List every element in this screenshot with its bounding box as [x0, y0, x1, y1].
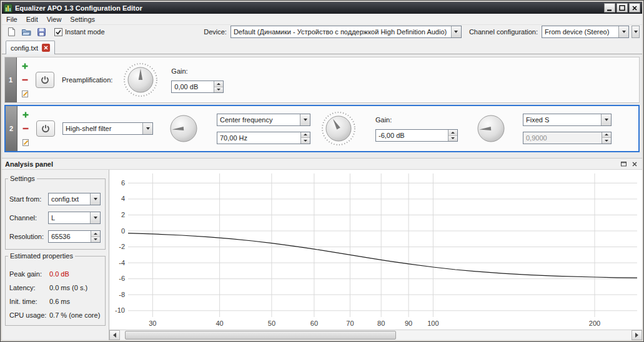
float-panel-button[interactable]	[619, 159, 628, 169]
spin-down-button[interactable]	[91, 237, 100, 243]
channel-select[interactable]: L	[48, 212, 101, 224]
spin-up-button	[602, 132, 611, 138]
graph-horizontal-scrollbar[interactable]	[109, 330, 642, 340]
edit-filter-button[interactable]	[21, 138, 30, 147]
peak-gain-value: 0.0 dB	[49, 270, 69, 278]
window-title: Equalizer APO 1.3 Configuration Editor	[15, 4, 603, 12]
edit-icon	[21, 90, 29, 98]
plus-icon	[21, 62, 29, 70]
channel-config-select[interactable]: From device (Stereo)	[542, 26, 629, 38]
gain-spinbox[interactable]: -6,00 dB	[375, 129, 458, 142]
remove-filter-button[interactable]	[21, 124, 30, 133]
device-select[interactable]: Default (Динамики - Устройство с поддерж…	[230, 26, 462, 38]
frequency-param-dropdown-button[interactable]	[300, 114, 310, 125]
init-time-label: Init. time:	[9, 298, 49, 305]
power-toggle-button[interactable]	[36, 120, 55, 137]
filter-row-2[interactable]: 2 High-shelf filter Center frequency	[4, 105, 640, 152]
init-time-value: 0.6 ms	[49, 298, 70, 305]
channel-dropdown-button[interactable]	[90, 212, 100, 223]
spin-up-button[interactable]	[301, 132, 310, 138]
filter-row-1[interactable]: 1 Preamplification: Gain: 0,00 dB	[4, 57, 640, 103]
frequency-knob[interactable]	[169, 114, 198, 143]
svg-text:4: 4	[121, 195, 125, 202]
frequency-value: 70,00 Hz	[217, 132, 300, 144]
tab-config-txt[interactable]: config.txt	[6, 41, 55, 54]
scrollbar-thumb[interactable]	[125, 331, 396, 340]
minimize-button[interactable]	[604, 3, 615, 12]
open-file-button[interactable]	[19, 26, 33, 38]
chevron-down-icon	[622, 31, 626, 33]
resolution-spinbox[interactable]: 65536	[48, 230, 101, 243]
scroll-right-button[interactable]	[632, 330, 642, 340]
preamp-gain-spinbox[interactable]: 0,00 dB	[171, 81, 224, 93]
power-toggle-button[interactable]	[36, 72, 54, 88]
gain-knob[interactable]	[320, 110, 357, 147]
svg-text:60: 60	[310, 320, 318, 327]
estimated-properties-group: Estimated properties Peak gain:0.0 dB La…	[5, 256, 106, 326]
peak-gain-label: Peak gain:	[9, 270, 49, 278]
filter-type-label: Preamplification:	[62, 76, 112, 84]
slope-param-select[interactable]: Fixed S	[523, 114, 612, 126]
start-from-value: config.txt	[49, 193, 90, 205]
chevron-down-icon	[304, 119, 307, 121]
close-button[interactable]	[629, 3, 640, 12]
settings-group: Settings Start from: config.txt Channel:…	[5, 178, 106, 250]
new-file-button[interactable]	[4, 26, 18, 38]
spin-up-button[interactable]	[214, 81, 223, 87]
scrollbar-track[interactable]	[120, 330, 632, 340]
minus-icon	[21, 76, 29, 84]
edit-icon	[22, 139, 30, 147]
svg-text:90: 90	[405, 320, 412, 327]
instant-mode-toggle[interactable]: Instant mode	[54, 28, 105, 36]
save-file-button[interactable]	[34, 26, 48, 38]
close-panel-button[interactable]	[630, 159, 639, 169]
frequency-response-graph: 6420-2-4-6-8-1030405060708090100200	[109, 170, 642, 340]
filter-row-number: 1	[5, 57, 17, 102]
float-panel-icon	[620, 160, 627, 167]
start-from-select[interactable]: config.txt	[48, 193, 101, 205]
checkmark-icon	[55, 29, 62, 36]
tab-close-button[interactable]	[42, 44, 50, 52]
start-from-dropdown-button[interactable]	[90, 193, 100, 205]
analysis-settings-column: Settings Start from: config.txt Channel:…	[2, 170, 109, 340]
channel-config-dropdown-button[interactable]	[618, 26, 628, 37]
tabbar: config.txt	[2, 39, 642, 54]
start-from-label: Start from:	[9, 195, 48, 203]
toolbar-overflow-button[interactable]	[632, 26, 640, 38]
channel-config-value: From device (Stereo)	[542, 26, 618, 37]
device-select-dropdown-button[interactable]	[451, 26, 461, 37]
estimated-properties-title: Estimated properties	[8, 252, 75, 260]
slope-knob[interactable]	[477, 114, 505, 143]
add-filter-button[interactable]	[21, 62, 29, 71]
minimize-icon	[607, 9, 612, 11]
spin-down-button	[602, 137, 611, 144]
edit-filter-button[interactable]	[21, 89, 29, 98]
frequency-spinbox[interactable]: 70,00 Hz	[217, 132, 310, 144]
spin-down-button[interactable]	[214, 87, 223, 93]
svg-text:-6: -6	[119, 275, 125, 282]
menu-file[interactable]: File	[2, 14, 22, 24]
spin-up-button[interactable]	[91, 231, 100, 237]
menu-settings[interactable]: Settings	[66, 14, 99, 24]
gain-label: Gain:	[171, 67, 224, 75]
filter-type-select[interactable]: High-shelf filter	[62, 122, 153, 135]
spin-up-button[interactable]	[448, 130, 457, 135]
titlebar: Equalizer APO 1.3 Configuration Editor	[2, 2, 642, 14]
filter-type-dropdown-button[interactable]	[142, 123, 152, 134]
slope-param-dropdown-button[interactable]	[601, 114, 611, 125]
spin-down-button[interactable]	[448, 135, 457, 142]
add-filter-button[interactable]	[21, 110, 30, 119]
svg-text:0: 0	[121, 227, 125, 235]
frequency-param-select[interactable]: Center frequency	[217, 114, 310, 126]
plus-icon	[22, 111, 29, 119]
scroll-left-button[interactable]	[109, 330, 120, 340]
settings-group-title: Settings	[8, 175, 37, 182]
menu-view[interactable]: View	[42, 14, 66, 24]
spin-down-button[interactable]	[301, 137, 310, 144]
preamp-gain-knob[interactable]	[122, 62, 159, 98]
chevron-down-icon	[454, 31, 458, 33]
maximize-button[interactable]	[617, 3, 628, 12]
remove-filter-button[interactable]	[21, 76, 29, 84]
menu-edit[interactable]: Edit	[22, 14, 42, 24]
instant-mode-checkbox[interactable]	[54, 28, 62, 36]
